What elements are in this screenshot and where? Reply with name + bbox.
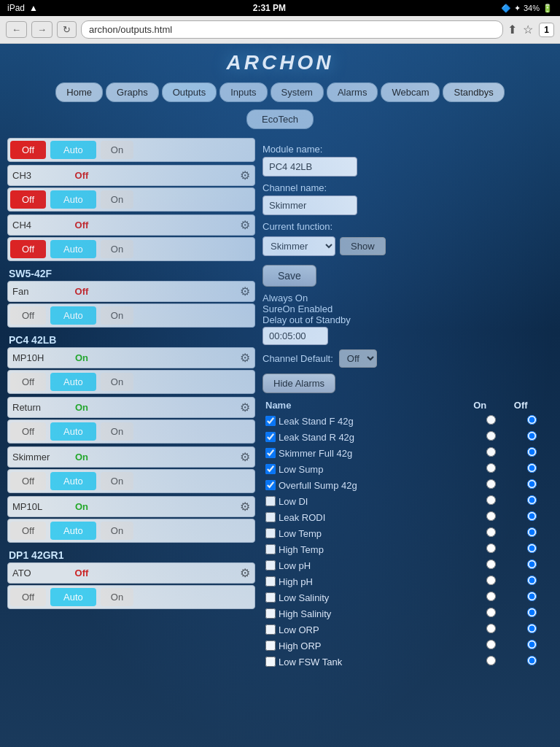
ch-auto-button-3[interactable]: Auto xyxy=(50,240,96,258)
alarm-off-radio-10[interactable] xyxy=(527,576,537,585)
alarm-checkbox-7[interactable] xyxy=(265,528,276,538)
mp10h-auto-button[interactable]: Auto xyxy=(50,373,96,391)
alarm-on-radio-5[interactable] xyxy=(486,495,496,505)
alarm-checkbox-12[interactable] xyxy=(265,608,276,619)
alarm-on-radio-9[interactable] xyxy=(486,560,496,569)
alarm-on-radio-15[interactable] xyxy=(486,656,496,665)
nav-webcam[interactable]: Webcam xyxy=(381,82,440,102)
ch-auto-button-1[interactable]: Auto xyxy=(50,141,96,159)
nav-graphs[interactable]: Graphs xyxy=(106,82,159,102)
skimmer-on-button[interactable]: On xyxy=(101,472,133,490)
fan-on-button[interactable]: On xyxy=(101,306,133,325)
nav-alarms[interactable]: Alarms xyxy=(327,82,378,102)
mp10h-on-button[interactable]: On xyxy=(101,373,133,391)
channel-default-select[interactable]: Off On xyxy=(339,349,377,368)
forward-button[interactable]: → xyxy=(31,21,52,38)
ato-auto-button[interactable]: Auto xyxy=(50,588,96,606)
return-off-button[interactable]: Off xyxy=(10,422,46,441)
ch-off-button-3[interactable]: Off xyxy=(10,240,46,258)
alarm-on-radio-3[interactable] xyxy=(486,463,496,473)
alarm-checkbox-13[interactable] xyxy=(265,624,276,635)
alarm-on-radio-13[interactable] xyxy=(486,624,496,633)
nav-system[interactable]: System xyxy=(271,82,324,102)
alarm-on-radio-4[interactable] xyxy=(486,479,496,489)
alarm-checkbox-9[interactable] xyxy=(265,560,276,570)
ch-on-button-1[interactable]: On xyxy=(101,141,133,159)
mp10l-gear-button[interactable]: ⚙ xyxy=(240,500,250,514)
tab-count[interactable]: 1 xyxy=(539,23,554,37)
fan-off-button[interactable]: Off xyxy=(10,306,46,325)
ato-gear-button[interactable]: ⚙ xyxy=(240,566,250,580)
alarm-off-radio-12[interactable] xyxy=(527,608,537,617)
alarm-off-radio-6[interactable] xyxy=(527,511,537,521)
ch-off-button-1[interactable]: Off xyxy=(10,141,46,159)
alarm-checkbox-3[interactable] xyxy=(265,464,276,474)
alarm-on-radio-7[interactable] xyxy=(486,527,496,537)
delay-input[interactable] xyxy=(262,327,328,345)
alarm-off-radio-15[interactable] xyxy=(527,656,537,665)
alarm-off-radio-9[interactable] xyxy=(527,560,537,569)
nav-home[interactable]: Home xyxy=(55,82,103,102)
nav-inputs[interactable]: Inputs xyxy=(219,82,267,102)
ch-on-button-3[interactable]: On xyxy=(101,240,133,258)
show-button[interactable]: Show xyxy=(340,237,386,255)
alarm-checkbox-8[interactable] xyxy=(265,544,276,554)
alarm-off-radio-1[interactable] xyxy=(527,431,537,441)
alarm-checkbox-1[interactable] xyxy=(265,432,276,442)
back-button[interactable]: ← xyxy=(6,21,27,38)
module-name-input[interactable] xyxy=(262,157,357,177)
alarm-on-radio-6[interactable] xyxy=(486,511,496,521)
alarm-on-radio-12[interactable] xyxy=(486,608,496,617)
alarm-checkbox-5[interactable] xyxy=(265,496,276,506)
ch3-gear-button[interactable]: ⚙ xyxy=(240,169,250,182)
mp10l-on-button[interactable]: On xyxy=(101,522,133,540)
alarm-off-radio-8[interactable] xyxy=(527,543,537,553)
bookmark-button[interactable]: ☆ xyxy=(523,23,533,37)
alarm-checkbox-14[interactable] xyxy=(265,640,276,651)
alarm-on-radio-8[interactable] xyxy=(486,543,496,553)
ch4-gear-button[interactable]: ⚙ xyxy=(240,218,250,232)
ecotech-button[interactable]: EcoTech xyxy=(246,109,314,129)
nav-standbys[interactable]: Standbys xyxy=(443,82,504,102)
skimmer-gear-button[interactable]: ⚙ xyxy=(240,450,250,464)
ch-on-button-2[interactable]: On xyxy=(101,190,133,209)
mp10h-off-button[interactable]: Off xyxy=(10,373,46,391)
alarm-on-radio-11[interactable] xyxy=(486,592,496,601)
alarm-checkbox-6[interactable] xyxy=(265,512,276,522)
mp10h-gear-button[interactable]: ⚙ xyxy=(240,351,250,365)
alarm-off-radio-0[interactable] xyxy=(527,415,537,425)
alarm-off-radio-7[interactable] xyxy=(527,527,537,537)
alarm-off-radio-11[interactable] xyxy=(527,592,537,601)
channel-name-input[interactable] xyxy=(262,196,357,215)
hide-alarms-button[interactable]: Hide Alarms xyxy=(262,374,335,393)
alarm-off-radio-4[interactable] xyxy=(527,479,537,489)
ato-off-button[interactable]: Off xyxy=(10,588,46,606)
alarm-checkbox-11[interactable] xyxy=(265,592,276,603)
ch-off-button-2[interactable]: Off xyxy=(10,190,46,209)
alarm-off-radio-14[interactable] xyxy=(527,640,537,649)
nav-outputs[interactable]: Outputs xyxy=(162,82,217,102)
alarm-off-radio-5[interactable] xyxy=(527,495,537,505)
url-input[interactable] xyxy=(81,20,503,39)
return-auto-button[interactable]: Auto xyxy=(50,422,96,441)
function-select[interactable]: Skimmer Light Pump Heater Fan xyxy=(262,236,335,256)
alarm-checkbox-15[interactable] xyxy=(265,657,276,667)
alarm-on-radio-10[interactable] xyxy=(486,576,496,585)
alarm-checkbox-0[interactable] xyxy=(265,416,276,426)
skimmer-auto-button[interactable]: Auto xyxy=(50,472,96,490)
alarm-on-radio-2[interactable] xyxy=(486,447,496,457)
alarm-on-radio-14[interactable] xyxy=(486,640,496,649)
reload-button[interactable]: ↻ xyxy=(57,21,77,38)
alarm-checkbox-10[interactable] xyxy=(265,576,276,587)
skimmer-off-button[interactable]: Off xyxy=(10,472,46,490)
return-gear-button[interactable]: ⚙ xyxy=(240,400,250,414)
alarm-on-radio-0[interactable] xyxy=(486,415,496,425)
alarm-off-radio-13[interactable] xyxy=(527,624,537,633)
alarm-off-radio-3[interactable] xyxy=(527,463,537,473)
alarm-checkbox-2[interactable] xyxy=(265,448,276,458)
alarm-on-radio-1[interactable] xyxy=(486,431,496,441)
fan-gear-button[interactable]: ⚙ xyxy=(240,285,250,298)
alarm-checkbox-4[interactable] xyxy=(265,480,276,490)
ch-auto-button-2[interactable]: Auto xyxy=(50,190,96,209)
mp10l-off-button[interactable]: Off xyxy=(10,522,46,540)
